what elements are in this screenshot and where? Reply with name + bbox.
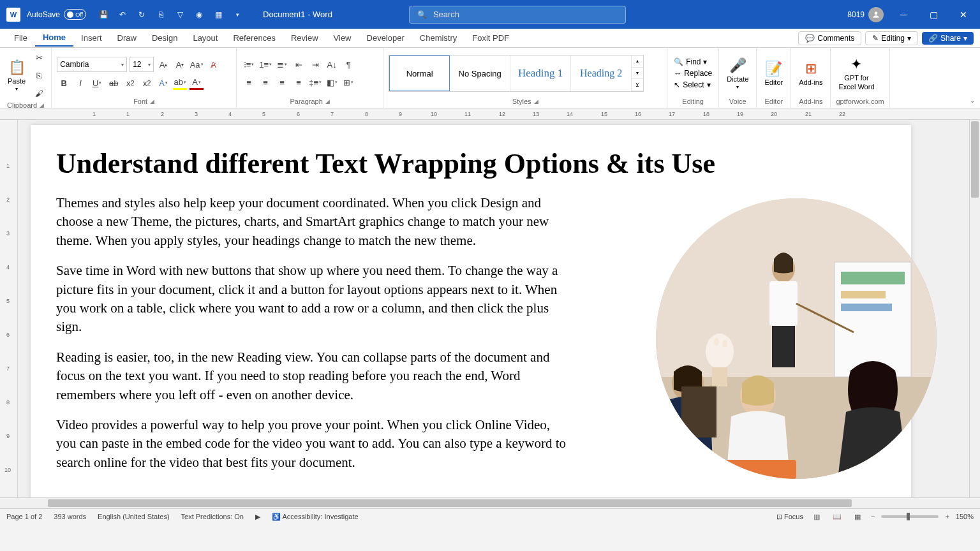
paragraph-launcher[interactable]: ◢ (325, 98, 330, 105)
clear-format-icon[interactable]: A̷ (206, 57, 220, 71)
doc-heading[interactable]: Understand different Text Wrapping Optio… (56, 147, 873, 180)
status-macro-icon[interactable]: ▶ (255, 513, 260, 521)
close-button[interactable]: ✕ (953, 4, 974, 25)
bold-button[interactable]: B (57, 76, 71, 90)
redo-icon[interactable]: ↻ (135, 8, 148, 21)
zoom-slider[interactable] (881, 515, 939, 518)
vscroll-thumb[interactable] (971, 121, 979, 198)
numbering-icon[interactable]: 1≡▾ (258, 57, 272, 71)
doc-paragraph-3[interactable]: Reading is easier, too, in the new Readi… (56, 348, 567, 404)
undo-icon[interactable]: ↶ (116, 8, 129, 21)
shrink-font-icon[interactable]: A▾ (173, 57, 187, 71)
paste-button[interactable]: 📋 Paste ▾ (5, 57, 28, 94)
qat-icon-1[interactable]: ⎘ (154, 8, 167, 21)
tab-design[interactable]: Design (144, 30, 185, 46)
style-heading2[interactable]: Heading 2 (571, 55, 632, 91)
editing-mode-button[interactable]: ✎ Editing ▾ (865, 31, 918, 45)
save-icon[interactable]: 💾 (97, 8, 110, 21)
tab-view[interactable]: View (326, 30, 359, 46)
web-layout-icon[interactable]: ▦ (850, 511, 865, 522)
document-page[interactable]: Understand different Text Wrapping Optio… (31, 125, 911, 497)
change-case-icon[interactable]: Aa▾ (189, 57, 204, 71)
sort-icon[interactable]: A↓ (325, 57, 339, 71)
format-painter-icon[interactable]: 🖌 (32, 86, 46, 100)
dictate-button[interactable]: 🎤 Dictate▾ (724, 55, 751, 92)
gallery-more-icon[interactable]: ⊻ (632, 79, 643, 91)
status-accessibility[interactable]: ♿ Accessibility: Investigate (272, 513, 359, 521)
select-button[interactable]: ↖ Select ▾ (672, 80, 713, 90)
vertical-scrollbar[interactable] (969, 120, 980, 497)
tab-references[interactable]: References (225, 30, 283, 46)
print-layout-icon[interactable]: ▥ (810, 511, 824, 522)
hscroll-thumb[interactable] (48, 499, 852, 507)
zoom-in-button[interactable]: + (945, 513, 949, 520)
editor-button[interactable]: 📝 Editor (762, 58, 785, 89)
decrease-indent-icon[interactable]: ⇤ (292, 57, 306, 71)
cut-icon[interactable]: ✂ (32, 50, 46, 64)
tab-chemistry[interactable]: Chemistry (412, 30, 465, 46)
read-mode-icon[interactable]: 📖 (830, 511, 844, 522)
font-name-combo[interactable]: Cambria▾ (57, 57, 127, 72)
filter-icon[interactable]: ▽ (174, 8, 186, 21)
minimize-button[interactable]: ─ (893, 4, 914, 25)
search-box[interactable]: 🔍 (409, 6, 626, 24)
tab-insert[interactable]: Insert (73, 30, 110, 46)
status-language[interactable]: English (United States) (98, 513, 170, 520)
zoom-out-button[interactable]: − (871, 513, 875, 520)
page-scroll[interactable]: Understand different Text Wrapping Optio… (18, 120, 980, 497)
doc-paragraph-1[interactable]: Themes and styles also help keep your do… (56, 194, 567, 250)
align-left-icon[interactable]: ≡ (242, 75, 256, 89)
horizontal-scrollbar[interactable] (0, 497, 980, 508)
tab-review[interactable]: Review (283, 30, 326, 46)
copy-icon[interactable]: ⎘ (32, 68, 46, 82)
focus-button[interactable]: ⊡ Focus (776, 513, 803, 521)
show-marks-icon[interactable]: ¶ (341, 57, 355, 71)
gpt-button[interactable]: ✦ GPT for Excel Word (836, 54, 877, 93)
align-center-icon[interactable]: ≡ (258, 75, 272, 89)
status-words[interactable]: 393 words (54, 513, 86, 520)
search-input[interactable] (433, 10, 618, 19)
justify-icon[interactable]: ≡ (292, 75, 306, 89)
style-heading1[interactable]: Heading 1 (510, 55, 571, 91)
status-predictions[interactable]: Text Predictions: On (181, 513, 244, 520)
subscript-button[interactable]: x2 (123, 76, 137, 90)
tab-developer[interactable]: Developer (359, 30, 412, 46)
zoom-level[interactable]: 150% (956, 513, 974, 520)
tab-home[interactable]: Home (35, 29, 73, 47)
replace-button[interactable]: ↔ Replace (672, 68, 713, 78)
style-normal[interactable]: Normal (389, 55, 450, 91)
collapse-ribbon-icon[interactable]: ⌄ (970, 97, 975, 104)
line-spacing-icon[interactable]: ‡≡▾ (308, 75, 322, 89)
font-color-icon[interactable]: A▾ (189, 76, 204, 90)
clipboard-launcher[interactable]: ◢ (40, 102, 44, 108)
comments-button[interactable]: 💬 Comments (798, 31, 861, 45)
status-page[interactable]: Page 1 of 2 (6, 513, 42, 520)
vertical-ruler[interactable]: 1234 5678 910 (0, 120, 18, 497)
maximize-button[interactable]: ▢ (923, 4, 944, 25)
autosave-toggle[interactable]: AutoSave Off (27, 9, 86, 20)
style-no-spacing[interactable]: No Spacing (450, 55, 510, 91)
bullets-icon[interactable]: ⁝≡▾ (242, 57, 256, 71)
shading-icon[interactable]: ◧▾ (325, 75, 339, 89)
customize-qat-icon[interactable]: ▾ (231, 8, 244, 21)
tab-draw[interactable]: Draw (110, 30, 144, 46)
horizontal-ruler[interactable]: 1123 4567 891011 12131415 16171819 20212… (0, 108, 980, 120)
italic-button[interactable]: I (73, 76, 87, 90)
qat-icon-2[interactable]: ◉ (193, 8, 205, 21)
grow-font-icon[interactable]: A▴ (156, 57, 170, 71)
align-right-icon[interactable]: ≡ (275, 75, 289, 89)
borders-icon[interactable]: ⊞▾ (341, 75, 355, 89)
tab-layout[interactable]: Layout (185, 30, 225, 46)
font-size-combo[interactable]: 12▾ (130, 57, 154, 72)
tab-file[interactable]: File (6, 30, 35, 46)
gallery-up-icon[interactable]: ▴ (632, 55, 643, 68)
share-button[interactable]: 🔗 Share ▾ (922, 32, 974, 45)
font-launcher[interactable]: ◢ (150, 98, 154, 105)
wrapped-image[interactable] (656, 198, 937, 479)
find-button[interactable]: 🔍 Find ▾ (672, 57, 713, 67)
doc-paragraph-2[interactable]: Save time in Word with new buttons that … (56, 261, 567, 337)
gallery-down-icon[interactable]: ▾ (632, 68, 643, 80)
highlight-icon[interactable]: ab▾ (173, 76, 187, 90)
superscript-button[interactable]: x2 (140, 76, 154, 90)
multilevel-list-icon[interactable]: ≣▾ (275, 57, 289, 71)
